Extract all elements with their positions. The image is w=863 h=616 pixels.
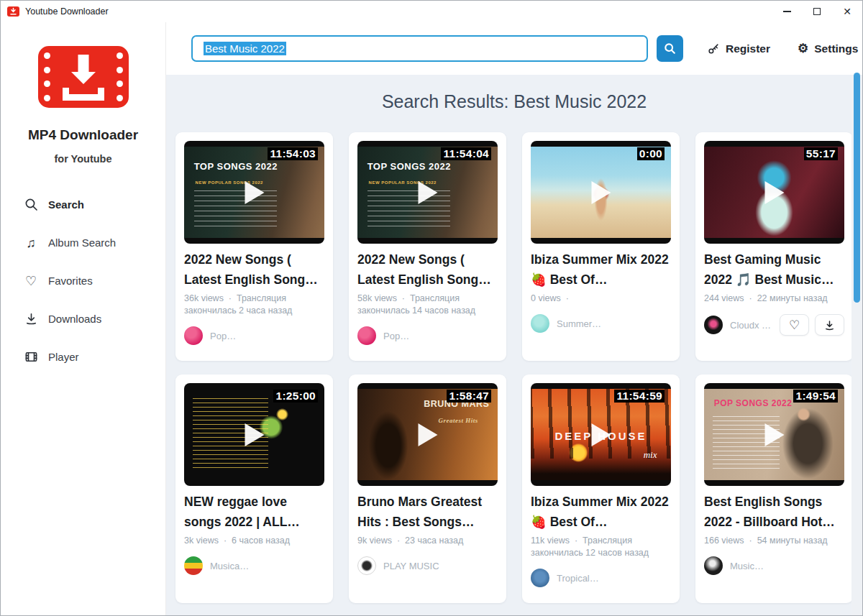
maximize-button[interactable] (802, 1, 832, 22)
duration-badge: 0:00 (637, 147, 665, 160)
duration-badge: 11:54:59 (614, 390, 665, 403)
video-title[interactable]: Bruno Mars Greatest Hits : Best Songs… (357, 492, 498, 532)
channel-name: Cloudx Music (730, 320, 772, 331)
video-thumbnail[interactable]: BRUNO MARS Greatest Hits 1:58:47 (357, 383, 498, 486)
play-icon[interactable] (764, 181, 784, 204)
video-title[interactable]: NEW reggae love songs 2022 | ALL… (184, 492, 324, 532)
video-title[interactable]: 2022 New Songs ( Latest English Song… (184, 249, 324, 290)
search-input[interactable]: Best Music 2022 (191, 35, 648, 62)
download-icon (823, 319, 836, 331)
video-card[interactable]: BRUNO MARS Greatest Hits 1:58:47 Bruno M… (349, 374, 506, 603)
sidebar: MP4 Downloader for Youtube Search ♫ Albu… (1, 22, 166, 616)
channel-name: Pop… (383, 331, 409, 341)
video-card[interactable]: DEEP HOUSE mix 11:54:59 Ibiza Summer Mix… (522, 374, 680, 603)
channel-name: Musica… (210, 561, 249, 571)
sidebar-item-favorites[interactable]: ♡ Favorites (1, 262, 165, 300)
video-card[interactable]: POP SONGS 2022 1:49:54 Best English Song… (695, 374, 853, 603)
app-subtitle: for Youtube (1, 153, 165, 165)
video-card[interactable]: 1:25:00 NEW reggae love songs 2022 | ALL… (175, 374, 333, 603)
channel-avatar (531, 569, 549, 587)
register-button[interactable]: Register (707, 42, 770, 55)
window-title: Youtube Downloader (25, 6, 109, 17)
sidebar-item-player[interactable]: Player (1, 338, 165, 376)
play-icon[interactable] (245, 423, 264, 446)
settings-label: Settings (814, 42, 858, 55)
duration-badge: 55:17 (804, 147, 838, 160)
register-label: Register (726, 42, 770, 55)
meta-separator: · (397, 535, 400, 546)
duration-badge: 1:49:54 (793, 390, 838, 403)
minimize-icon (783, 11, 791, 12)
channel-avatar (704, 316, 723, 334)
gear-icon: ⚙ (798, 42, 808, 55)
video-thumbnail[interactable]: TOP SONGS 2022 NEW POPULAR SONGS 2022 11… (357, 141, 498, 244)
duration-badge: 1:58:47 (447, 390, 491, 403)
channel-row: Musica… (184, 556, 324, 575)
meta-separator: · (224, 535, 227, 546)
sidebar-item-downloads[interactable]: Downloads (1, 300, 165, 338)
video-card[interactable]: TOP SONGS 2022 NEW POPULAR SONGS 2022 11… (175, 132, 333, 361)
video-title[interactable]: Best English Songs 2022 - Billboard Hot… (704, 492, 844, 532)
video-card[interactable]: TOP SONGS 2022 NEW POPULAR SONGS 2022 11… (349, 132, 506, 361)
results-panel: Search Results: Best Music 2022 TOP SONG… (166, 75, 862, 616)
video-thumbnail[interactable]: 55:17 (704, 141, 844, 244)
sidebar-item-album-search[interactable]: ♫ Album Search (1, 224, 165, 262)
topbar: Best Music 2022 Register ⚙ Settings (166, 22, 862, 75)
close-button[interactable]: ✕ (832, 1, 862, 22)
video-thumbnail[interactable]: TOP SONGS 2022 NEW POPULAR SONGS 2022 11… (184, 141, 324, 244)
video-title[interactable]: Best Gaming Music 2022 🎵 Best Music… (704, 249, 844, 290)
play-icon[interactable] (591, 423, 611, 446)
app-name: MP4 Downloader (1, 127, 165, 143)
scrollbar-thumb[interactable] (854, 73, 860, 303)
app-logo-icon (7, 6, 19, 17)
video-card[interactable]: 55:17 Best Gaming Music 2022 🎵 Best Musi… (695, 132, 853, 361)
video-meta: 166 views · 54 минуты назад (704, 535, 844, 547)
play-icon[interactable] (418, 423, 437, 446)
video-card[interactable]: 0:00 Ibiza Summer Mix 2022 🍓 Best Of… 0 … (522, 132, 680, 361)
channel-name: Pop… (210, 331, 236, 341)
search-icon (664, 42, 676, 55)
channel-row: Summer… (531, 314, 671, 333)
video-thumbnail[interactable]: 1:25:00 (184, 383, 324, 486)
channel-name: PLAY MUSIC (383, 561, 439, 571)
channel-avatar (357, 326, 376, 345)
heart-icon: ♡ (24, 274, 38, 288)
play-icon[interactable] (764, 423, 784, 446)
video-meta: 9k views · 23 часа назад (357, 535, 498, 547)
play-icon[interactable] (591, 181, 611, 204)
video-thumbnail[interactable]: DEEP HOUSE mix 11:54:59 (531, 383, 671, 486)
download-icon (24, 312, 38, 326)
download-button[interactable] (815, 314, 844, 336)
meta-separator: · (229, 293, 232, 303)
meta-separator: · (566, 293, 569, 303)
maximize-icon (813, 8, 821, 15)
sidebar-item-search[interactable]: Search (1, 185, 165, 224)
video-thumbnail[interactable]: 0:00 (531, 141, 671, 244)
results-grid: TOP SONGS 2022 NEW POPULAR SONGS 2022 11… (175, 132, 862, 603)
favorite-button[interactable]: ♡ (780, 314, 809, 336)
close-icon: ✕ (843, 6, 851, 17)
video-title[interactable]: 2022 New Songs ( Latest English Song… (357, 249, 498, 290)
channel-avatar (531, 314, 549, 333)
video-title[interactable]: Ibiza Summer Mix 2022 🍓 Best Of… (531, 249, 671, 290)
titlebar: Youtube Downloader ✕ (1, 1, 862, 22)
play-icon[interactable] (245, 181, 264, 204)
play-icon[interactable] (418, 181, 437, 204)
search-input-selected-text: Best Music 2022 (204, 42, 286, 55)
search-submit-button[interactable] (657, 35, 683, 62)
video-thumbnail[interactable]: POP SONGS 2022 1:49:54 (704, 383, 844, 486)
duration-badge: 11:54:03 (268, 147, 318, 160)
video-title[interactable]: Ibiza Summer Mix 2022 🍓 Best Of… (531, 492, 671, 532)
channel-row: Tropical… (531, 569, 671, 587)
film-dots-left (44, 52, 50, 101)
key-icon (707, 42, 720, 55)
meta-separator: · (749, 293, 752, 303)
duration-badge: 11:54:04 (441, 147, 491, 160)
settings-button[interactable]: ⚙ Settings (798, 42, 858, 55)
sidebar-nav: Search ♫ Album Search ♡ Favorites Downlo… (1, 185, 165, 376)
video-meta: 3k views · 6 часов назад (184, 535, 324, 547)
results-heading: Search Results: Best Music 2022 (166, 91, 862, 112)
video-meta: 36k views · Трансляция закончилась 2 час… (184, 293, 324, 317)
minimize-button[interactable] (772, 1, 802, 22)
channel-row: Pop… (357, 326, 498, 345)
